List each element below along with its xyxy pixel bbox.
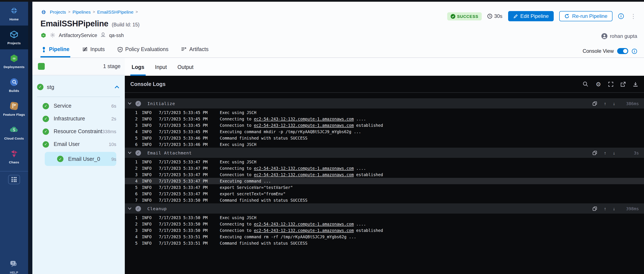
rerun-pipeline-button[interactable]: Re-run Pipeline bbox=[560, 11, 612, 21]
tab-output[interactable]: Output bbox=[176, 64, 195, 76]
breadcrumb-link-pipelines[interactable]: Pipelines bbox=[72, 9, 90, 14]
sidebar-item-home[interactable]: Home bbox=[0, 2, 28, 25]
host-link[interactable]: ec2-54-243-12-132.compute-1.amazonaws.co… bbox=[254, 228, 354, 233]
log-line: 2INFO7/17/2023 5:33:45 PMConnecting to e… bbox=[125, 116, 644, 122]
chevron-down-icon[interactable] bbox=[128, 151, 132, 154]
log-section-header-email-attachment[interactable]: ✓Email Attachment↑↓3s bbox=[125, 148, 644, 158]
host-link[interactable]: ec2-54-243-12-132.compute-1.amazonaws.co… bbox=[254, 222, 354, 226]
log-line: 5INFO7/17/2023 5:33:51 PMCommand finishe… bbox=[125, 240, 644, 246]
svg-text:∞: ∞ bbox=[12, 56, 16, 61]
breadcrumb-link-projects[interactable]: Projects bbox=[50, 9, 66, 14]
stage-card: ✓ stg ✓Service6s✓Infrastructure2s✓Resour… bbox=[32, 75, 125, 274]
console-tabbar: Logs Input Output bbox=[125, 58, 644, 76]
stage-row-stg[interactable]: ✓ stg bbox=[32, 79, 125, 95]
sidebar-item-help[interactable]: ? HELP bbox=[0, 259, 28, 274]
step-email-user[interactable]: ✓Email User10s bbox=[32, 138, 116, 151]
ssh-infra-icon bbox=[100, 32, 106, 38]
module-grid-button[interactable] bbox=[8, 175, 20, 184]
clock-icon bbox=[487, 14, 492, 19]
console-view-info-icon[interactable] bbox=[632, 48, 637, 54]
tab-pipeline[interactable]: Pipeline bbox=[40, 46, 70, 57]
step-duration: 6s bbox=[112, 103, 116, 108]
step-email-user-0[interactable]: ✓Email User_09s bbox=[45, 152, 116, 166]
gear-icon bbox=[50, 32, 55, 38]
log-line: 1INFO7/17/2023 5:33:45 PMExec using JSCH bbox=[125, 109, 644, 116]
host-link[interactable]: ec2-54-243-12-132.compute-1.amazonaws.co… bbox=[254, 123, 354, 128]
log-lines-email-attachment: 1INFO7/17/2023 5:33:47 PMExec using JSCH… bbox=[125, 158, 644, 203]
copy-logs-icon[interactable] bbox=[592, 101, 597, 106]
breadcrumb-link-pipeline[interactable]: EmailSSHPipeline bbox=[97, 9, 133, 14]
open-in-new-icon[interactable] bbox=[620, 81, 626, 87]
sidebar-item-chaos[interactable]: Chaos bbox=[0, 145, 28, 169]
user-badge[interactable]: rohan gupta bbox=[602, 33, 637, 39]
breadcrumb-separator: > bbox=[93, 10, 95, 14]
sidebar-item-builds[interactable]: Builds bbox=[0, 73, 28, 97]
step-service[interactable]: ✓Service6s bbox=[32, 100, 116, 112]
service-name[interactable]: ArtifactoryService bbox=[59, 32, 97, 38]
log-section-name: Cleanup bbox=[147, 206, 167, 211]
pipeline-info-icon[interactable] bbox=[618, 13, 624, 19]
console-log-sections: ✓Initialize↑↓386ms1INFO7/17/2023 5:33:45… bbox=[125, 93, 644, 246]
chaos-icon bbox=[9, 148, 19, 159]
sidebar-item-label: HELP bbox=[10, 271, 18, 274]
host-link[interactable]: ec2-54-243-12-132.compute-1.amazonaws.co… bbox=[254, 166, 354, 171]
download-icon[interactable] bbox=[633, 81, 638, 87]
copy-logs-icon[interactable] bbox=[592, 150, 597, 155]
log-line: 3INFO7/17/2023 5:33:47 PMConnection to e… bbox=[125, 171, 644, 178]
edit-pipeline-button[interactable]: Edit Pipeline bbox=[508, 11, 554, 21]
step-success-icon: ✓ bbox=[42, 128, 49, 135]
step-success-icon: ✓ bbox=[57, 156, 64, 162]
inputs-icon bbox=[82, 47, 88, 52]
refresh-icon bbox=[564, 14, 570, 19]
tab-inputs[interactable]: Inputs bbox=[81, 46, 106, 57]
settings-gear-icon[interactable]: ⚙ bbox=[596, 81, 601, 87]
sidebar-item-cloud-costs[interactable]: $ Cloud Costs bbox=[0, 121, 28, 145]
stage-panel: 1 stage ✓ stg ✓Service6s✓Infrastructure2… bbox=[32, 58, 125, 274]
console-view-toggle[interactable] bbox=[617, 48, 628, 54]
infrastructure-name[interactable]: qa-ssh bbox=[109, 32, 124, 38]
search-icon[interactable] bbox=[583, 81, 588, 87]
step-duration: 9s bbox=[112, 156, 116, 161]
scroll-up-icon[interactable]: ↑ bbox=[604, 150, 606, 155]
step-resource-constraint[interactable]: ✓Resource Constraint338ms bbox=[32, 125, 116, 138]
host-link[interactable]: ec2-54-243-12-132.compute-1.amazonaws.co… bbox=[254, 117, 354, 121]
chevron-up-icon[interactable] bbox=[114, 85, 119, 88]
step-infrastructure[interactable]: ✓Infrastructure2s bbox=[32, 112, 116, 125]
host-link[interactable]: ec2-54-243-12-132.compute-1.amazonaws.co… bbox=[254, 172, 354, 177]
chevron-down-icon[interactable] bbox=[128, 207, 132, 210]
fullscreen-icon[interactable] bbox=[608, 81, 613, 87]
scroll-down-icon[interactable]: ↓ bbox=[613, 101, 615, 106]
scroll-up-icon[interactable]: ↑ bbox=[604, 101, 606, 106]
log-section-header-initialize[interactable]: ✓Initialize↑↓386ms bbox=[125, 98, 644, 108]
log-line: 4INFO7/17/2023 5:33:47 PMExecuting comma… bbox=[125, 178, 644, 184]
top-black-bar bbox=[0, 0, 644, 2]
tab-artifacts[interactable]: Artifacts bbox=[180, 46, 209, 57]
service-deploy-icon: ∞ bbox=[40, 32, 46, 38]
log-line: 2INFO7/17/2023 5:33:47 PMConnecting to e… bbox=[125, 165, 644, 171]
tab-input[interactable]: Input bbox=[154, 64, 168, 76]
log-line: 6INFO7/17/2023 5:33:47 PMexport secretTe… bbox=[125, 191, 644, 197]
log-section-header-cleanup[interactable]: ✓Cleanup↑↓398ms bbox=[125, 203, 644, 214]
tab-logs[interactable]: Logs bbox=[130, 64, 146, 76]
build-id: (Build Id: 15) bbox=[112, 22, 140, 27]
scroll-down-icon[interactable]: ↓ bbox=[613, 150, 615, 155]
step-success-icon: ✓ bbox=[42, 141, 49, 147]
sidebar-item-projects[interactable]: Projects bbox=[0, 25, 28, 49]
log-line: 6INFO7/17/2023 5:33:46 PMExec using JSCH bbox=[125, 141, 644, 148]
stage-status-square[interactable] bbox=[38, 63, 45, 70]
scroll-down-icon[interactable]: ↓ bbox=[613, 206, 615, 211]
sidebar-item-deployments[interactable]: ∞ Deployments bbox=[0, 49, 28, 73]
more-options-icon[interactable]: ⋮ bbox=[630, 13, 637, 19]
execution-meta: ∞ ArtifactoryService qa-ssh bbox=[40, 31, 644, 39]
sidebar-item-feature-flags[interactable]: Feature Flags bbox=[0, 97, 28, 121]
sidebar-item-label: Feature Flags bbox=[3, 113, 25, 117]
scroll-up-icon[interactable]: ↑ bbox=[604, 206, 606, 211]
pencil-icon bbox=[513, 14, 518, 18]
copy-logs-icon[interactable] bbox=[592, 206, 597, 211]
cloud-costs-icon: $ bbox=[9, 125, 19, 135]
tab-policy-evaluations[interactable]: Policy Evaluations bbox=[117, 46, 169, 57]
log-line: 7INFO7/17/2023 5:33:50 PMCommand finishe… bbox=[125, 197, 644, 203]
stage-count-row: 1 stage bbox=[32, 58, 125, 75]
log-section-duration: 386ms bbox=[622, 101, 639, 106]
chevron-down-icon[interactable] bbox=[128, 102, 132, 105]
